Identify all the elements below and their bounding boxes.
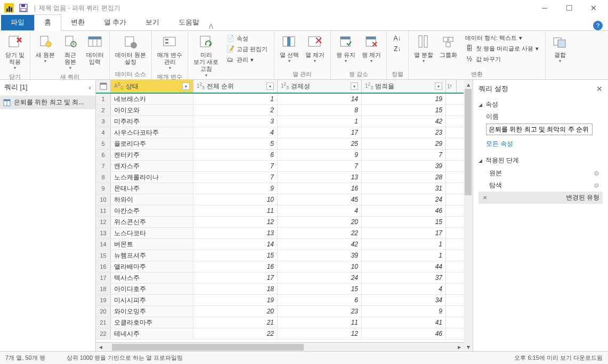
manage-button[interactable]: 🗂관리 ▾ xyxy=(225,55,269,64)
cell[interactable]: 4 xyxy=(362,284,446,294)
cell[interactable]: 39 xyxy=(362,161,446,171)
cell[interactable]: 23 xyxy=(362,127,446,138)
cell[interactable]: 45 xyxy=(278,194,362,205)
cell[interactable]: 사우스다코타주 xyxy=(111,127,193,138)
cell[interactable]: 39 xyxy=(278,250,362,261)
row-number[interactable]: 1 xyxy=(96,94,111,104)
tab-transform[interactable]: 변환 xyxy=(61,15,94,30)
first-row-headers-button[interactable]: 🗄첫 행을 머리글로 사용 ▾ xyxy=(464,44,540,53)
column-header-1[interactable]: 123전체 순위▾ xyxy=(193,80,278,93)
grid-body[interactable]: 1네브래스카114192아이오와28153미주리주31424사우스다코타주417… xyxy=(96,94,464,342)
cell[interactable]: 4 xyxy=(193,127,278,138)
cell[interactable]: 17 xyxy=(362,228,446,238)
row-number[interactable]: 15 xyxy=(96,250,111,261)
remove-columns-button[interactable]: 열 제거▾ xyxy=(303,32,327,65)
cell[interactable]: 몬태나주 xyxy=(111,183,193,194)
cell[interactable]: 노스다코타 xyxy=(111,228,193,238)
cell[interactable]: 1 xyxy=(193,94,278,104)
cell[interactable]: 미시시피주 xyxy=(111,295,193,305)
table-row[interactable]: 12위스콘신주122015 xyxy=(96,217,464,228)
cell[interactable]: 22 xyxy=(193,328,278,339)
cell[interactable]: 42 xyxy=(362,116,446,127)
tab-file[interactable]: 파일 xyxy=(1,15,34,30)
table-row[interactable]: 20와이오밍주20239 xyxy=(96,306,464,317)
minimize-button[interactable]: ─ xyxy=(532,0,557,16)
row-number[interactable]: 11 xyxy=(96,205,111,216)
row-number[interactable]: 19 xyxy=(96,295,111,305)
cell[interactable]: 5 xyxy=(193,138,278,149)
table-row[interactable]: 14버몬트14421 xyxy=(96,239,464,250)
cell[interactable]: 13 xyxy=(193,228,278,238)
cell[interactable]: 1 xyxy=(362,239,446,250)
scroll-thumb-v[interactable] xyxy=(465,89,472,195)
cell[interactable]: 앨라배마주 xyxy=(111,261,193,272)
cell[interactable]: 1 xyxy=(278,116,362,127)
new-source-button[interactable]: 새 원본▾ xyxy=(34,32,57,65)
cell[interactable]: 24 xyxy=(278,272,362,283)
table-row[interactable]: 3미주리주3142 xyxy=(96,116,464,127)
cell[interactable]: 버몬트 xyxy=(111,239,193,250)
table-row[interactable]: 10하와이104524 xyxy=(96,194,464,205)
step-changed-type[interactable]: 변경된 유형 xyxy=(479,192,603,204)
cell[interactable]: 19 xyxy=(362,94,446,104)
table-row[interactable]: 7캔자스주7739 xyxy=(96,161,464,172)
close-apply-button[interactable]: 닫기 및 적용▾ xyxy=(3,32,27,72)
scroll-left-icon[interactable]: ◂ xyxy=(96,343,105,352)
table-row[interactable]: 16앨라배마주161044 xyxy=(96,261,464,272)
advanced-editor-button[interactable]: 📝고급 편집기 xyxy=(225,44,269,54)
split-column-button[interactable]: 열 분할▾ xyxy=(412,32,435,65)
cell[interactable]: 17 xyxy=(193,272,278,283)
gear-icon[interactable]: ⚙ xyxy=(594,170,599,177)
table-row[interactable]: 2아이오와2815 xyxy=(96,105,464,116)
column-header-more[interactable]: 1² xyxy=(446,80,457,93)
table-row[interactable]: 11아칸소주11446 xyxy=(96,205,464,217)
combine-button[interactable]: 결합▾ xyxy=(549,32,571,65)
cell[interactable]: 42 xyxy=(278,239,362,250)
table-row[interactable]: 17텍사스주172437 xyxy=(96,272,464,284)
cell[interactable]: 46 xyxy=(362,205,446,216)
row-number[interactable]: 2 xyxy=(96,105,111,115)
scroll-thumb-h[interactable] xyxy=(112,344,304,351)
table-row[interactable]: 21오클라호마주211141 xyxy=(96,317,464,328)
tab-help[interactable]: 도움말 xyxy=(169,15,209,30)
horizontal-scrollbar[interactable]: ◂ ▸ xyxy=(96,342,464,351)
cell[interactable]: 7 xyxy=(362,150,446,160)
cell[interactable]: 19 xyxy=(193,295,278,305)
help-icon[interactable]: ? xyxy=(593,21,603,30)
cell[interactable]: 3 xyxy=(193,116,278,127)
row-number[interactable]: 7 xyxy=(96,161,111,171)
table-row[interactable]: 18아이다호주18154 xyxy=(96,284,464,295)
properties-section-header[interactable]: 속성 xyxy=(479,98,603,111)
cell[interactable]: 7 xyxy=(193,161,278,171)
choose-columns-button[interactable]: 열 선택▾ xyxy=(278,32,301,65)
cell[interactable]: 2 xyxy=(193,105,278,115)
data-source-settings-button[interactable]: 데이터 원본 설정 xyxy=(113,32,148,67)
all-properties-link[interactable]: 모든 속성 xyxy=(479,138,603,154)
cell[interactable]: 31 xyxy=(362,183,446,194)
cell[interactable]: 아칸소주 xyxy=(111,205,193,216)
collapse-icon[interactable]: ‹ xyxy=(89,84,91,92)
row-number[interactable]: 8 xyxy=(96,172,111,183)
table-row[interactable]: 5플로리다주52529 xyxy=(96,138,464,150)
cell[interactable]: 14 xyxy=(193,239,278,250)
close-panel-icon[interactable]: ✕ xyxy=(596,85,603,93)
cell[interactable]: 캔자스주 xyxy=(111,161,193,171)
cell[interactable]: 노스캐롤라이나 xyxy=(111,172,193,183)
filter-dropdown-icon[interactable]: ▾ xyxy=(182,82,190,90)
cell[interactable]: 37 xyxy=(362,272,446,283)
row-number[interactable]: 18 xyxy=(96,284,111,294)
cell[interactable]: 6 xyxy=(193,150,278,160)
filter-dropdown-icon[interactable]: ▾ xyxy=(435,82,442,90)
cell[interactable]: 20 xyxy=(278,217,362,227)
cell[interactable]: 28 xyxy=(362,172,446,183)
row-number[interactable]: 5 xyxy=(96,138,111,149)
row-number[interactable]: 6 xyxy=(96,150,111,160)
cell[interactable]: 20 xyxy=(193,306,278,317)
save-icon[interactable] xyxy=(19,4,28,12)
cell[interactable]: 7 xyxy=(278,161,362,171)
cell[interactable]: 와이오밍주 xyxy=(111,306,193,317)
applied-steps-section-header[interactable]: 적용된 단계 xyxy=(479,154,603,167)
row-number[interactable]: 12 xyxy=(96,217,111,227)
cell[interactable]: 11 xyxy=(193,205,278,216)
table-row[interactable]: 15뉴햄프셔주15391 xyxy=(96,250,464,261)
